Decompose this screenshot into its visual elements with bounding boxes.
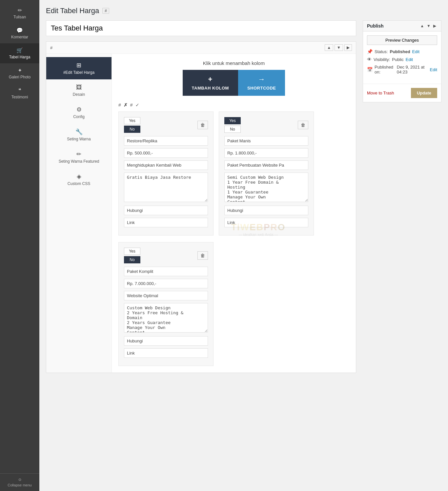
editor-toolbar: # ▲ ▼ ▶ xyxy=(46,42,356,54)
col-ctrl-x[interactable]: ✗ xyxy=(124,102,128,108)
publish-header-controls: ▲ ▼ ▶ xyxy=(419,24,437,28)
plugin-tab-desain-label: Desain xyxy=(73,92,85,97)
plugin-tab-config[interactable]: ⚙ Config xyxy=(46,101,112,124)
status-edit-link[interactable]: Edit xyxy=(412,49,419,54)
sidebar-item-testimoni[interactable]: ❝ Testimoni xyxy=(0,83,39,103)
sidebar-item-tulisan[interactable]: ✏ Tulisan xyxy=(0,3,39,23)
seting-warna-icon: 🔧 xyxy=(75,128,83,135)
plugin-tab-config-label: Config xyxy=(73,114,85,119)
testimoni-icon: ❝ xyxy=(18,87,21,93)
publish-panel: Publish ▲ ▼ ▶ Preview Changes 📌 Status: … xyxy=(363,20,441,108)
card-1-subtitle-field[interactable] xyxy=(124,160,208,170)
sidebar-item-komentar-label: Komentar xyxy=(11,35,28,39)
plugin-tab-custom-css[interactable]: ◈ Custom CSS xyxy=(46,168,112,191)
col-ctrl-hash: # xyxy=(118,102,121,108)
plugin-tab-seting-warna-label: Seting Warna xyxy=(67,137,91,141)
card-2-subtitle-field[interactable] xyxy=(224,160,308,170)
publish-box-title: Publish xyxy=(367,23,384,29)
editor-toolbar-controls: ▲ ▼ ▶ xyxy=(325,44,352,51)
collapse-menu-btn[interactable]: ⊙ Collapse menu xyxy=(0,473,39,491)
card-1-delete-btn[interactable]: 🗑 xyxy=(197,121,208,129)
publish-ctrl-up[interactable]: ▲ xyxy=(419,24,425,28)
sidebar-item-tulisan-label: Tulisan xyxy=(13,15,26,19)
card-2-no-btn[interactable]: No xyxy=(224,126,241,133)
card-2-price-field[interactable] xyxy=(224,148,308,158)
card-3-yes-btn[interactable]: Yes xyxy=(124,248,140,255)
column-card-3: Yes No 🗑 Custom Web Design xyxy=(118,242,214,366)
card-3-delete-btn[interactable]: 🗑 xyxy=(197,251,208,260)
card-3-link-field[interactable] xyxy=(124,348,208,358)
card-2-button-field[interactable] xyxy=(224,206,308,215)
editor-area: # ▲ ▼ ▶ ⊞ #Edit Tabel Harga xyxy=(46,41,356,373)
card-1-name-field[interactable] xyxy=(124,136,208,146)
add-column-label: Klik untuk menambah kolom xyxy=(203,60,265,66)
toolbar-expand-btn[interactable]: ▶ xyxy=(344,44,352,51)
card-3-name-field[interactable] xyxy=(124,267,208,276)
editor-inner: ⊞ #Edit Tabel Harga 🖼 Desain ⚙ Config xyxy=(46,54,356,373)
page-title-badge: # xyxy=(102,8,109,14)
card-1-no-btn[interactable]: No xyxy=(124,126,140,133)
page-title: Edit Tabel Harga xyxy=(46,7,99,15)
publish-ctrl-close[interactable]: ▶ xyxy=(432,24,437,28)
plugin-tab-seting-warna-featured-label: Seting Warna Featured xyxy=(59,159,99,164)
card-2-link-field[interactable] xyxy=(224,218,308,227)
sidebar-item-tabel-harga[interactable]: 🛒 Tabel Harga xyxy=(0,43,39,63)
published-label: Published on: xyxy=(375,65,395,74)
card-2-yes-btn[interactable]: Yes xyxy=(224,117,241,124)
toolbar-up-btn[interactable]: ▲ xyxy=(325,44,333,51)
publish-ctrl-down[interactable]: ▼ xyxy=(426,24,432,28)
shortcode-btn[interactable]: → SHORTCODE xyxy=(238,70,285,96)
card-2-name-field[interactable] xyxy=(224,136,308,146)
toolbar-down-btn[interactable]: ▼ xyxy=(335,44,343,51)
card-2-features-field[interactable]: Semi Custom Web Design 1 Year Free Domai… xyxy=(224,173,308,202)
desain-icon: 🖼 xyxy=(76,84,82,91)
card-1-button-field[interactable] xyxy=(124,206,208,215)
card-3-features-field[interactable]: Custom Web Design 2 Years Free Hosting &… xyxy=(124,303,208,333)
publish-box-header: Publish ▲ ▼ ▶ xyxy=(363,21,441,31)
card-1-link-field[interactable] xyxy=(124,218,208,227)
card-3-header: Yes No 🗑 xyxy=(124,248,208,263)
calendar-icon: 📅 xyxy=(367,67,373,72)
plugin-tab-seting-warna-featured[interactable]: ✏ Seting Warna Featured xyxy=(46,146,112,168)
publish-date-row: 📅 Published on: Dec 9, 2021 at 04:23 Edi… xyxy=(367,65,437,74)
card-3-no-btn[interactable]: No xyxy=(124,256,140,263)
plugin-tab-edit-tabel-harga[interactable]: ⊞ #Edit Tabel Harga xyxy=(46,57,112,79)
col-ctrl-check[interactable]: ✓ xyxy=(135,102,139,108)
card-3-subtitle-field[interactable] xyxy=(124,291,208,300)
arrow-icon: → xyxy=(258,75,265,84)
columns-row-1: Yes No 🗑 Gratis Biaya Jasa xyxy=(118,112,349,235)
content-area: Klik untuk menambah kolom + TAMBAH KOLOM… xyxy=(112,54,356,373)
card-1-header: Yes No 🗑 xyxy=(124,117,208,133)
sidebar-item-testimoni-label: Testimoni xyxy=(11,95,28,99)
sidebar-item-komentar[interactable]: 💬 Komentar xyxy=(0,23,39,43)
card-3-button-field[interactable] xyxy=(124,336,208,346)
top-area: # ▲ ▼ ▶ ⊞ #Edit Tabel Harga xyxy=(46,20,441,378)
plugin-tab-desain[interactable]: 🖼 Desain xyxy=(46,79,112,101)
published-edit-link[interactable]: Edit xyxy=(430,67,437,72)
card-1-price-field[interactable] xyxy=(124,148,208,158)
add-buttons: + TAMBAH KOLOM → SHORTCODE xyxy=(183,70,285,96)
columns-row-2: Yes No 🗑 Custom Web Design xyxy=(118,242,349,366)
visibility-edit-link[interactable]: Edit xyxy=(406,57,413,62)
collapse-label: Collapse menu xyxy=(8,483,31,487)
card-2-delete-btn[interactable]: 🗑 xyxy=(298,121,308,129)
card-2-toggle: Yes No xyxy=(224,117,241,133)
sidebar-item-galeri-photo[interactable]: ✦ Galeri Photo xyxy=(0,63,39,83)
plugin-tab-edit-label: #Edit Tabel Harga xyxy=(63,70,94,75)
columns-grid: Yes No 🗑 Gratis Biaya Jasa xyxy=(118,112,349,366)
shortcode-label: SHORTCODE xyxy=(247,86,276,91)
card-3-price-field[interactable] xyxy=(124,279,208,288)
plugin-tab-seting-warna[interactable]: 🔧 Seting Warna xyxy=(46,124,112,146)
tambah-kolom-btn[interactable]: + TAMBAH KOLOM xyxy=(183,70,238,96)
sidebar: ✏ Tulisan 💬 Komentar 🛒 Tabel Harga ✦ Gal… xyxy=(0,0,39,491)
tulisan-icon: ✏ xyxy=(18,7,22,13)
page-header: Edit Tabel Harga # xyxy=(46,7,441,15)
title-input[interactable] xyxy=(46,20,356,36)
move-trash-link[interactable]: Move to Trash xyxy=(367,91,394,95)
card-1-features-field[interactable]: Gratis Biaya Jasa Restore xyxy=(124,173,208,202)
visibility-icon: 👁 xyxy=(367,57,372,62)
card-1-yes-btn[interactable]: Yes xyxy=(124,117,140,124)
col-ctrl-hash2: # xyxy=(130,102,133,108)
update-btn[interactable]: Update xyxy=(411,88,437,98)
preview-changes-btn[interactable]: Preview Changes xyxy=(367,35,437,45)
